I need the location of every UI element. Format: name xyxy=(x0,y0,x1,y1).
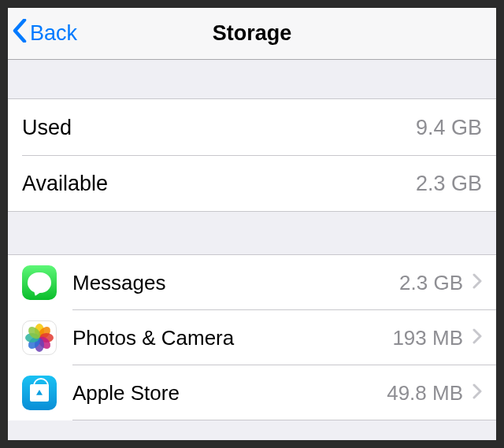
app-label: Photos & Camera xyxy=(72,326,392,350)
back-button[interactable]: Back xyxy=(8,19,77,48)
app-label: Apple Store xyxy=(72,381,387,405)
app-store-icon xyxy=(22,376,57,410)
app-row-messages[interactable]: Messages 2.3 GB xyxy=(8,255,496,310)
photos-icon xyxy=(22,320,57,355)
chevron-right-icon xyxy=(472,383,482,402)
page-title: Storage xyxy=(8,21,496,46)
app-row-apple-store[interactable]: Apple Store 49.8 MB xyxy=(8,365,496,420)
app-size: 193 MB xyxy=(392,326,463,350)
app-label: Messages xyxy=(72,271,399,295)
summary-value: 2.3 GB xyxy=(416,172,482,196)
summary-value: 9.4 GB xyxy=(416,116,482,140)
back-label: Back xyxy=(30,21,77,46)
section-spacer xyxy=(8,211,496,255)
summary-row-available: Available 2.3 GB xyxy=(8,156,496,211)
apps-list: Messages 2.3 GB Photos & Camera 193 MB xyxy=(8,255,496,420)
summary-row-used: Used 9.4 GB xyxy=(8,99,496,156)
back-chevron-icon xyxy=(13,19,30,48)
app-size: 2.3 GB xyxy=(399,271,463,295)
storage-screen: Back Storage Used 9.4 GB Available 2.3 G… xyxy=(8,8,496,440)
summary-list: Used 9.4 GB Available 2.3 GB xyxy=(8,99,496,211)
chevron-right-icon xyxy=(472,273,482,292)
summary-label: Available xyxy=(22,172,416,196)
messages-icon xyxy=(22,265,57,300)
app-size: 49.8 MB xyxy=(387,381,463,405)
app-row-photos[interactable]: Photos & Camera 193 MB xyxy=(8,310,496,365)
section-spacer xyxy=(8,60,496,99)
chevron-right-icon xyxy=(472,328,482,347)
summary-label: Used xyxy=(22,116,416,140)
nav-header: Back Storage xyxy=(8,8,496,60)
